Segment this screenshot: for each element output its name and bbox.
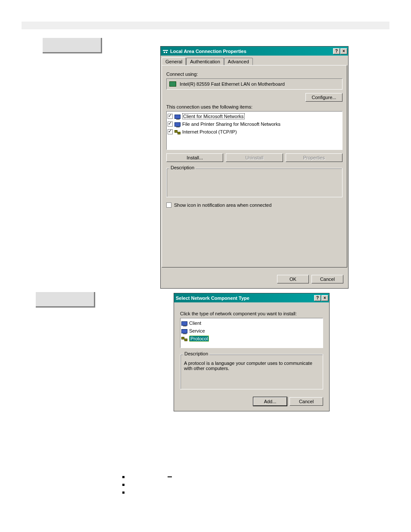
ok-button[interactable]: OK: [277, 275, 309, 283]
install-button[interactable]: Install...: [166, 153, 223, 162]
connect-using-label: Connect using:: [166, 72, 342, 77]
description-text: A protocol is a language your computer u…: [184, 361, 319, 371]
step-badge-2: [36, 292, 95, 308]
show-icon-checkbox[interactable]: [166, 202, 171, 208]
titlebar[interactable]: Local Area Connection Properties ? ×: [161, 47, 348, 56]
svg-rect-2: [166, 52, 167, 53]
header-bar: [22, 22, 389, 29]
bullet-icon: [122, 476, 125, 478]
description-group: Description A protocol is a language you…: [180, 354, 323, 389]
tab-advanced[interactable]: Advanced: [224, 58, 253, 65]
option-label: Client: [189, 320, 201, 326]
description-legend: Description: [169, 165, 196, 170]
list-item[interactable]: File and Printer Sharing for Microsoft N…: [168, 120, 341, 128]
step-badge-1: [43, 38, 102, 53]
list-item[interactable]: Client for Microsoft Networks: [168, 112, 341, 120]
items-label: This connection uses the following items…: [166, 104, 342, 109]
cancel-button[interactable]: Cancel: [290, 397, 323, 406]
uninstall-button[interactable]: Uninstall: [226, 153, 283, 162]
checkbox[interactable]: [168, 129, 173, 134]
show-icon-row[interactable]: Show icon in notification area when conn…: [166, 202, 342, 208]
svg-rect-0: [163, 50, 168, 51]
checkbox[interactable]: [168, 114, 173, 119]
tab-panel-general: Connect using: Intel(R) 82559 Fast Ether…: [162, 65, 347, 268]
network-icon: [162, 48, 168, 54]
help-button[interactable]: ?: [333, 48, 340, 54]
item-label: Client for Microsoft Networks: [182, 113, 245, 119]
option-label: Protocol: [189, 336, 209, 342]
tabs: General Authentication Advanced: [162, 57, 348, 65]
protocol-icon: [181, 337, 187, 341]
dialog-body: Click the type of network component you …: [174, 302, 329, 411]
component-listbox[interactable]: Client Service Protocol: [180, 318, 323, 348]
client-icon: [181, 321, 187, 326]
cancel-button[interactable]: Cancel: [311, 275, 343, 283]
title-text: Local Area Connection Properties: [170, 49, 333, 54]
nic-icon: [169, 81, 176, 87]
svg-rect-1: [164, 52, 165, 53]
option-label: Service: [189, 328, 205, 333]
titlebar[interactable]: Select Network Component Type ? ×: [174, 293, 329, 302]
bullet-icon: [122, 492, 125, 494]
service-icon: [174, 122, 181, 127]
client-icon: [174, 115, 181, 119]
checkbox[interactable]: [168, 121, 173, 127]
help-button[interactable]: ?: [314, 295, 321, 301]
adapter-name: Intel(R) 82559 Fast Ethernet LAN on Moth…: [180, 81, 285, 87]
close-button[interactable]: ×: [340, 48, 347, 54]
configure-button[interactable]: Configure...: [305, 93, 342, 102]
item-label: File and Printer Sharing for Microsoft N…: [182, 121, 280, 127]
instruction-label: Click the type of network component you …: [180, 311, 323, 316]
close-button[interactable]: ×: [321, 295, 328, 301]
tab-authentication[interactable]: Authentication: [186, 58, 224, 65]
list-item[interactable]: Protocol: [181, 335, 322, 342]
dialog-select-component: Select Network Component Type ? × Click …: [174, 293, 330, 411]
bullet-marks: [122, 473, 209, 496]
service-icon: [181, 329, 187, 333]
properties-button[interactable]: Properties: [286, 153, 342, 162]
list-item[interactable]: Service: [181, 327, 322, 335]
description-group: Description: [166, 168, 342, 197]
adapter-box: Intel(R) 82559 Fast Ethernet LAN on Moth…: [166, 78, 342, 90]
dialog-lan-properties: Local Area Connection Properties ? × Gen…: [160, 46, 349, 289]
title-text: Select Network Component Type: [176, 296, 314, 301]
tab-general[interactable]: General: [162, 57, 186, 65]
list-item[interactable]: Internet Protocol (TCP/IP): [168, 128, 341, 136]
items-listbox[interactable]: Client for Microsoft Networks File and P…: [166, 111, 342, 150]
protocol-icon: [174, 130, 181, 134]
description-legend: Description: [183, 351, 209, 356]
add-button[interactable]: Add...: [253, 397, 287, 406]
button-row: Install... Uninstall Properties: [166, 153, 342, 162]
item-label: Internet Protocol (TCP/IP): [182, 129, 237, 134]
list-item[interactable]: Client: [181, 319, 322, 327]
show-icon-label: Show icon in notification area when conn…: [174, 202, 271, 208]
bullet-icon: [122, 484, 125, 486]
dash-icon: [168, 476, 172, 477]
